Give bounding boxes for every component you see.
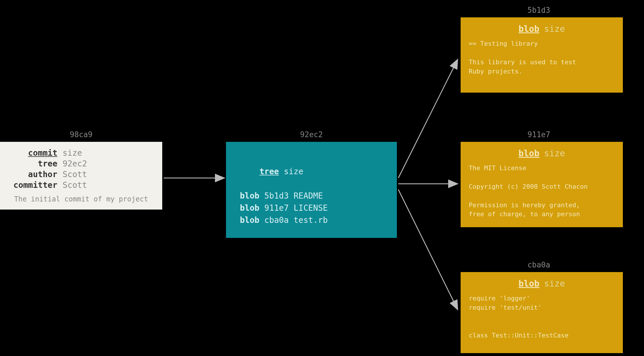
blob-hash-label: 911e7	[461, 130, 617, 139]
blob-type-label: blob	[519, 148, 539, 158]
commit-row-val: Scott	[63, 180, 87, 190]
commit-size-label: size	[63, 148, 82, 158]
blob-hash-label: 5b1d3	[461, 6, 617, 14]
tree-size-label: size	[284, 167, 303, 176]
tree-entry: blob cba0a test.rb	[240, 214, 383, 226]
blob-type-label: blob	[519, 24, 539, 34]
blob-node-testrb: blobsize require 'logger' require 'test/…	[461, 272, 623, 353]
tree-hash-label: 92ec2	[226, 130, 397, 139]
tree-entry: blob 911e7 LICENSE	[240, 202, 383, 214]
blob-size-label: size	[544, 24, 565, 34]
blob-content: require 'logger' require 'test/unit' cla…	[469, 294, 615, 340]
commit-node: commit size tree 92ec2 author Scott comm…	[0, 142, 162, 210]
blob-node-license: blobsize The MIT License Copyright (c) 2…	[461, 142, 623, 227]
commit-type-label: commit	[8, 148, 57, 158]
commit-row-val: 92ec2	[63, 159, 87, 168]
commit-hash-label: 98ca9	[0, 130, 162, 139]
blob-type-label: blob	[519, 278, 539, 289]
commit-row-key: tree	[8, 159, 57, 168]
blob-node-readme: blobsize == Testing library This library…	[461, 17, 623, 93]
blob-size-label: size	[544, 278, 565, 289]
commit-row-key: author	[8, 170, 57, 179]
commit-message: The initial commit of my project	[8, 195, 154, 203]
blob-content: == Testing library This library is used …	[469, 39, 615, 76]
commit-row-val: Scott	[63, 170, 87, 179]
commit-row-key: committer	[8, 180, 57, 190]
blob-size-label: size	[544, 148, 565, 158]
blob-hash-label: cba0a	[461, 260, 617, 269]
tree-entry: blob 5b1d3 README	[240, 190, 383, 202]
tree-node: tree size blob 5b1d3 README blob 911e7 L…	[226, 142, 397, 238]
arrow-tree-to-blob3	[398, 190, 458, 310]
tree-type-label: tree	[259, 167, 279, 176]
blob-content: The MIT License Copyright (c) 2008 Scott…	[469, 164, 615, 219]
arrow-tree-to-blob1	[398, 59, 458, 178]
